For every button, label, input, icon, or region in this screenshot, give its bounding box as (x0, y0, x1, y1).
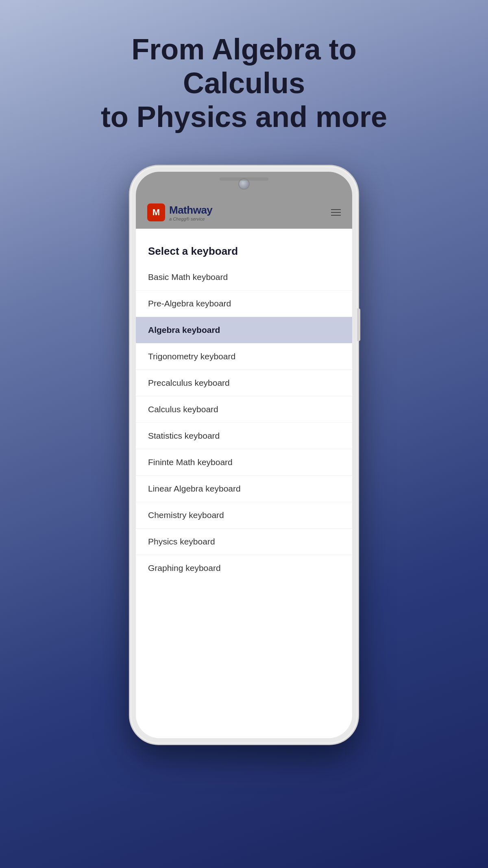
keyboard-menu-item[interactable]: Calculus keyboard (136, 396, 352, 423)
keyboard-menu-item[interactable]: Chemistry keyboard (136, 502, 352, 529)
hamburger-line-1 (331, 209, 341, 210)
content-area: Select a keyboard Basic Math keyboardPre… (136, 229, 352, 589)
hamburger-line-2 (331, 212, 341, 213)
keyboard-menu-item[interactable]: Statistics keyboard (136, 423, 352, 449)
keyboard-menu-item[interactable]: Precalculus keyboard (136, 370, 352, 396)
mathway-logo: M Mathway a Chegg® service (147, 203, 212, 221)
keyboard-menu-item[interactable]: Linear Algebra keyboard (136, 476, 352, 502)
keyboard-menu-item[interactable]: Graphing keyboard (136, 555, 352, 581)
logo-icon: M (147, 203, 165, 221)
keyboard-menu-item[interactable]: Pre-Algebra keyboard (136, 291, 352, 317)
logo-name: Mathway (169, 204, 212, 216)
keyboard-menu-item[interactable]: Basic Math keyboard (136, 264, 352, 291)
keyboard-menu-item[interactable]: Algebra keyboard (136, 317, 352, 343)
phone-side-button (357, 308, 360, 341)
section-title: Select a keyboard (136, 237, 352, 264)
keyboard-menu-item[interactable]: Physics keyboard (136, 529, 352, 555)
phone-frame: M Mathway a Chegg® service Select a keyb… (130, 166, 358, 744)
logo-sub: a Chegg® service (169, 216, 212, 221)
app-header: M Mathway a Chegg® service (136, 196, 352, 229)
phone-speaker (220, 177, 268, 181)
phone-screen: M Mathway a Chegg® service Select a keyb… (136, 172, 352, 738)
hamburger-menu-button[interactable] (331, 209, 341, 216)
logo-text-block: Mathway a Chegg® service (169, 204, 212, 221)
keyboard-menu-item[interactable]: Fininte Math keyboard (136, 449, 352, 476)
keyboard-menu-list: Basic Math keyboardPre-Algebra keyboardA… (136, 264, 352, 581)
hamburger-line-3 (331, 215, 341, 216)
keyboard-menu-item[interactable]: Trigonometry keyboard (136, 343, 352, 370)
phone-top-bar (136, 172, 352, 196)
page-title: From Algebra to Calculus to Physics and … (61, 33, 427, 133)
